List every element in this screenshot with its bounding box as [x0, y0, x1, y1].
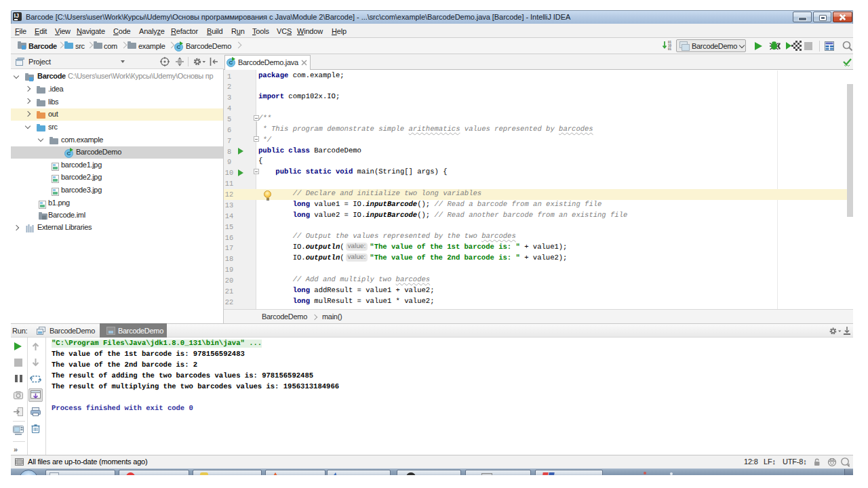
svg-text:01: 01: [668, 47, 672, 51]
